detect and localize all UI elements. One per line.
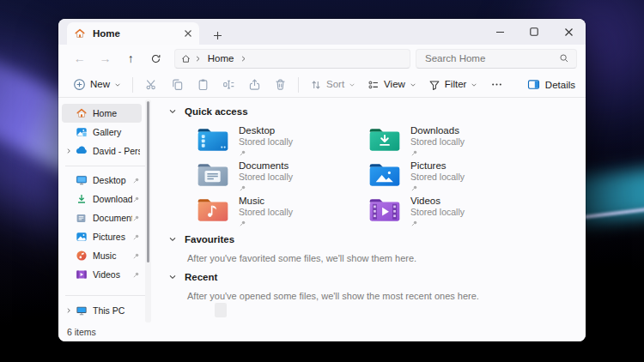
file-explorer-window: Home ← → xyxy=(58,19,586,341)
sidebar-item-label: Pictures xyxy=(93,232,132,242)
item-status: Stored locally xyxy=(239,172,293,183)
chevron-down-icon[interactable] xyxy=(168,273,177,281)
sidebar-separator xyxy=(65,166,149,166)
item-name: Desktop xyxy=(239,124,293,136)
sidebar-item-downloads[interactable]: Downloads xyxy=(62,190,142,209)
item-status: Stored locally xyxy=(239,207,293,218)
search-icon[interactable] xyxy=(559,53,569,63)
favourites-header[interactable]: Favourites xyxy=(168,234,234,244)
chevron-down-icon[interactable] xyxy=(168,235,177,244)
new-tab-button[interactable] xyxy=(213,31,222,40)
quick-access-item-downloads[interactable]: Downloads Stored locally xyxy=(368,124,539,160)
chevron-down-icon xyxy=(471,81,477,88)
sidebar-item-label: Desktop xyxy=(93,175,132,185)
paste-button[interactable] xyxy=(190,75,216,95)
quick-access-item-videos[interactable]: Videos Stored locally xyxy=(368,195,539,230)
chevron-down-icon xyxy=(349,81,355,88)
sidebar-item-videos[interactable]: Videos xyxy=(62,266,142,285)
title-bar: Home xyxy=(58,19,586,45)
details-button[interactable]: Details xyxy=(527,78,575,91)
music-folder-icon xyxy=(196,196,230,224)
videos-folder-icon xyxy=(368,196,402,224)
back-button[interactable]: ← xyxy=(67,47,93,69)
share-button[interactable] xyxy=(241,75,267,95)
copy-button[interactable] xyxy=(164,75,190,95)
close-button[interactable] xyxy=(551,19,586,45)
tab-close-icon[interactable] xyxy=(184,29,192,38)
sidebar-item-desktop[interactable]: Desktop xyxy=(62,172,142,190)
search-box[interactable] xyxy=(416,49,577,69)
window-controls xyxy=(483,19,586,45)
expand-chevron-icon[interactable] xyxy=(62,148,75,154)
navigation-bar: ← → ↑ Home xyxy=(58,45,586,72)
maximize-button[interactable] xyxy=(517,19,551,45)
rename-button[interactable] xyxy=(216,75,241,95)
quick-access-grid: Desktop Stored locally xyxy=(196,124,539,230)
up-button[interactable]: ↑ xyxy=(118,47,143,69)
sort-button[interactable]: Sort xyxy=(304,75,361,95)
status-bar: 6 items xyxy=(58,323,586,341)
quick-access-header[interactable]: Quick access xyxy=(168,106,248,117)
item-status: Stored locally xyxy=(239,136,293,148)
sidebar-item-label: Home xyxy=(93,108,140,118)
breadcrumb-home[interactable]: Home xyxy=(204,53,238,63)
item-name: Music xyxy=(239,195,293,207)
filter-button[interactable]: Filter xyxy=(422,75,484,95)
sidebar-item-this-pc[interactable]: This PC xyxy=(62,301,142,320)
sidebar-item-pictures[interactable]: Pictures xyxy=(62,228,142,247)
item-count: 6 items xyxy=(67,327,96,337)
item-status: Stored locally xyxy=(410,172,465,183)
explorer-tab-home[interactable]: Home xyxy=(67,22,199,45)
home-icon xyxy=(75,106,88,119)
sidebar-item-home[interactable]: Home xyxy=(62,104,142,123)
new-button[interactable]: New xyxy=(67,75,127,95)
favourites-empty-text: After you've favorited some files, we'll… xyxy=(187,253,416,263)
pin-icon xyxy=(132,271,140,279)
item-status: Stored locally xyxy=(410,136,465,148)
downloads-folder-icon xyxy=(368,125,402,154)
refresh-button[interactable] xyxy=(143,47,169,69)
sidebar-item-music[interactable]: Music xyxy=(62,247,142,266)
quick-access-item-desktop[interactable]: Desktop Stored locally xyxy=(196,124,368,160)
sidebar-item-onedrive[interactable]: David - Persona xyxy=(62,142,142,160)
pin-icon xyxy=(239,149,293,157)
sidebar-item-documents[interactable]: Documents xyxy=(62,209,142,228)
toolbar-divider xyxy=(132,77,133,93)
pin-icon xyxy=(132,196,140,203)
pin-icon xyxy=(239,184,293,192)
see-more-button[interactable] xyxy=(483,75,509,95)
item-name: Downloads xyxy=(410,124,465,136)
delete-button[interactable] xyxy=(267,75,293,95)
recent-header[interactable]: Recent xyxy=(168,272,217,282)
scrollbar-corner xyxy=(215,303,227,317)
sidebar-item-gallery[interactable]: Gallery xyxy=(62,123,142,142)
breadcrumb-chevron-icon xyxy=(194,55,202,63)
address-bar[interactable]: Home xyxy=(174,49,410,69)
quick-access-item-music[interactable]: Music Stored locally xyxy=(196,195,368,230)
chevron-down-icon[interactable] xyxy=(168,107,177,116)
sidebar-item-label: David - Persona xyxy=(93,146,140,156)
details-pane-icon xyxy=(527,78,540,91)
sidebar-item-label: Downloads xyxy=(93,194,132,204)
quick-access-item-pictures[interactable]: Pictures Stored locally xyxy=(368,160,539,195)
sidebar-item-label: Documents xyxy=(93,213,132,223)
breadcrumb-chevron-icon[interactable] xyxy=(240,55,247,63)
forward-button[interactable]: → xyxy=(93,47,118,69)
tab-title: Home xyxy=(93,28,184,39)
sort-icon xyxy=(310,79,322,91)
item-name: Videos xyxy=(410,195,465,207)
search-input[interactable] xyxy=(423,52,559,64)
minimize-button[interactable] xyxy=(483,19,517,45)
address-home-icon[interactable] xyxy=(180,53,191,64)
view-button[interactable]: View xyxy=(361,75,422,95)
item-status: Stored locally xyxy=(410,207,465,218)
new-plus-icon xyxy=(73,78,86,91)
sidebar-item-label: Gallery xyxy=(93,127,140,137)
gallery-icon xyxy=(75,125,88,138)
sidebar-scrollbar-thumb[interactable] xyxy=(147,101,149,262)
quick-access-item-documents[interactable]: Documents Stored locally xyxy=(196,160,368,195)
item-name: Documents xyxy=(239,160,293,172)
pin-icon xyxy=(239,220,293,227)
expand-chevron-icon[interactable] xyxy=(62,307,75,314)
cut-button[interactable] xyxy=(138,75,164,95)
